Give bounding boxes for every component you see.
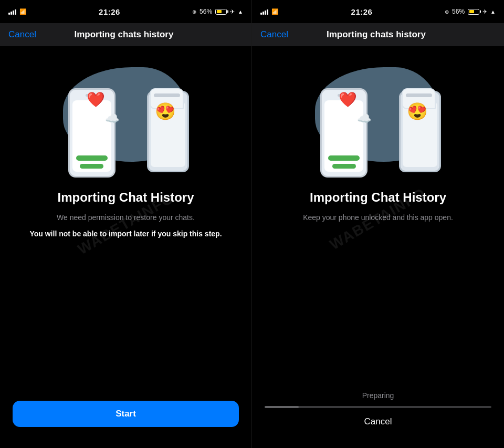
signal-bar-2: [10, 12, 12, 15]
content-2: ❤️ ☁️ 😍 Importing Chat History Keep your…: [252, 46, 504, 391]
heart-icon-1: ❤️: [87, 91, 105, 108]
msg-bubble-small-2: [332, 164, 356, 169]
signal-bars-2: [260, 9, 268, 15]
signal-bar-7: [265, 11, 266, 15]
battery-percent-2: 56%: [452, 8, 465, 15]
wifi-icon-1: 📶: [19, 8, 27, 15]
signal-bar-4: [15, 9, 16, 15]
phone-left-screen-2: [324, 100, 363, 172]
status-bar-1: 📶 21:26 ⊕ 56% ✈ ▲: [0, 0, 251, 23]
status-bar-left-2: 📶: [260, 8, 279, 15]
status-bar-left-1: 📶: [8, 8, 27, 15]
progress-bar-track: [265, 406, 491, 408]
cancel-button-1[interactable]: Cancel: [8, 29, 36, 40]
status-bar-2: 📶 21:26 ⊕ 56% ✈ ▲: [252, 0, 504, 23]
nav-title-1: Importing chats history: [75, 29, 174, 40]
time-1: 21:26: [99, 7, 120, 16]
time-2: 21:26: [351, 7, 373, 16]
location-icon-1: ⊕: [192, 9, 196, 15]
signal-bar-5: [260, 13, 262, 15]
description-bold-1: You will not be able to import later if …: [29, 228, 222, 239]
battery-icon-1: [215, 9, 227, 15]
illustration-1: ❤️ ☁️ 😍: [52, 62, 200, 178]
description-1: We need permission to restore your chats…: [57, 212, 195, 223]
battery-fill-2: [469, 10, 475, 13]
signal-bars-1: [8, 9, 16, 15]
main-title-2: Importing Chat History: [310, 190, 446, 205]
phone-left-screen-1: [72, 100, 111, 172]
msg-bubble-small-1: [80, 164, 103, 169]
signal-bar-1: [8, 13, 10, 15]
wifi-icon-status-1: ▲: [238, 9, 243, 15]
wifi-icon-2: 📶: [271, 8, 279, 15]
signal-bar-6: [262, 12, 264, 15]
progress-bar-fill: [265, 406, 299, 408]
battery-2: [468, 9, 479, 15]
nav-bar-1: Cancel Importing chats history: [0, 23, 251, 46]
battery-fill-1: [217, 10, 222, 13]
content-1: ❤️ ☁️ 😍 Importing Chat History We need p…: [0, 46, 251, 401]
screen-2: 📶 21:26 ⊕ 56% ✈ ▲ Cancel Importing chats…: [252, 0, 504, 448]
description-2: Keep your phone unlocked and this app op…: [303, 212, 453, 223]
love-emoji-1: 😍: [155, 101, 176, 121]
battery-icon-2: [468, 9, 479, 15]
battery-percent-1: 56%: [200, 8, 212, 15]
bottom-area-1: Start: [0, 401, 251, 448]
main-title-1: Importing Chat History: [57, 190, 194, 205]
location-icon-2: ⊕: [445, 9, 449, 15]
nav-bar-2: Cancel Importing chats history: [252, 23, 504, 46]
wifi-icon-status-2: ▲: [490, 9, 496, 15]
cloud-icon-2: ☁️: [357, 112, 371, 126]
heart-icon-2: ❤️: [339, 91, 357, 108]
signal-bar-8: [267, 9, 268, 15]
msg-bubble-1: [76, 155, 108, 161]
cancel-button-2[interactable]: Cancel: [260, 29, 288, 40]
illustration-2: ❤️ ☁️ 😍: [304, 62, 452, 178]
battery-1: [215, 9, 227, 15]
cloud-icon-1: ☁️: [105, 112, 119, 126]
nav-title-2: Importing chats history: [327, 29, 426, 40]
signal-bar-3: [13, 11, 14, 15]
msg-bubble-2: [328, 155, 360, 161]
preparing-label: Preparing: [362, 391, 394, 400]
cancel-text-button[interactable]: Cancel: [364, 416, 392, 427]
screen-1: 📶 21:26 ⊕ 56% ✈ ▲ Cancel Importing chats…: [0, 0, 252, 448]
preparing-area: Preparing Cancel: [252, 391, 504, 448]
status-bar-right-1: ⊕ 56% ✈ ▲: [192, 8, 243, 15]
start-button[interactable]: Start: [13, 401, 239, 427]
airplane-icon-2: ✈: [482, 8, 487, 15]
love-emoji-2: 😍: [407, 101, 428, 121]
status-bar-right-2: ⊕ 56% ✈ ▲: [445, 8, 496, 15]
airplane-icon-1: ✈: [230, 8, 235, 15]
